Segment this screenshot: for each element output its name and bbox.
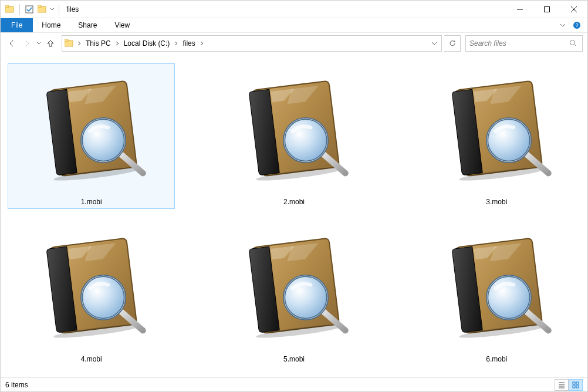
title-bar: files: [1, 1, 587, 18]
svg-line-14: [575, 45, 577, 47]
qat-properties-icon[interactable]: [23, 4, 35, 15]
breadcrumb-item[interactable]: This PC: [83, 36, 113, 50]
search-input[interactable]: [469, 39, 568, 48]
mobi-book-icon: [27, 224, 156, 353]
separator: [19, 4, 20, 15]
back-button[interactable]: [5, 37, 18, 50]
file-item[interactable]: 1.mobi: [8, 63, 175, 209]
file-item[interactable]: 5.mobi: [210, 221, 377, 366]
svg-rect-43: [573, 382, 575, 384]
item-count-label: 6 items: [5, 381, 28, 389]
navigation-bar: This PC Local Disk (C:) files: [1, 33, 587, 54]
mobi-book-icon: [432, 66, 561, 195]
svg-rect-4: [38, 5, 41, 8]
folder-icon: [63, 38, 75, 49]
refresh-button[interactable]: [444, 35, 461, 52]
app-icon: [4, 4, 16, 15]
svg-rect-2: [26, 6, 33, 13]
tab-home[interactable]: Home: [33, 18, 69, 32]
file-tab[interactable]: File: [1, 18, 33, 32]
svg-rect-12: [65, 39, 68, 42]
ribbon: File Home Share View ?: [1, 18, 587, 33]
file-name-label: 5.mobi: [283, 355, 305, 363]
mobi-book-icon: [229, 224, 359, 353]
forward-button[interactable]: [21, 37, 33, 50]
maximize-button[interactable]: [533, 1, 560, 18]
tab-view[interactable]: View: [106, 18, 138, 32]
close-button[interactable]: [560, 1, 587, 18]
breadcrumb-item[interactable]: Local Disk (C:): [121, 36, 173, 50]
svg-text:?: ?: [575, 22, 578, 28]
file-item[interactable]: 4.mobi: [8, 221, 175, 366]
address-dropdown[interactable]: [428, 36, 440, 50]
qat-newfolder-icon[interactable]: [36, 4, 48, 15]
svg-rect-44: [576, 382, 579, 384]
details-view-button[interactable]: [555, 379, 569, 391]
svg-rect-6: [545, 6, 550, 12]
svg-rect-45: [573, 386, 575, 388]
help-button[interactable]: ?: [570, 18, 584, 32]
file-name-label: 3.mobi: [486, 198, 507, 206]
expand-ribbon-button[interactable]: [556, 18, 570, 32]
mobi-book-icon: [27, 66, 156, 195]
thumbnails-view-button[interactable]: [569, 379, 583, 391]
file-name-label: 2.mobi: [283, 198, 305, 206]
file-name-label: 4.mobi: [81, 355, 102, 363]
file-name-label: 1.mobi: [81, 198, 102, 206]
file-item[interactable]: 6.mobi: [413, 221, 580, 366]
tab-share[interactable]: Share: [69, 18, 106, 32]
status-bar: 6 items: [1, 377, 587, 391]
search-box[interactable]: [465, 35, 583, 52]
recent-dropdown[interactable]: [36, 37, 42, 50]
mobi-book-icon: [229, 66, 359, 195]
mobi-book-icon: [432, 224, 561, 353]
file-list[interactable]: 1.mobi: [1, 54, 587, 377]
chevron-right-icon[interactable]: [113, 41, 121, 46]
file-item[interactable]: 3.mobi: [413, 63, 580, 209]
address-bar[interactable]: This PC Local Disk (C:) files: [62, 35, 442, 52]
window-title: files: [66, 5, 79, 13]
chevron-right-icon[interactable]: [75, 41, 83, 46]
svg-rect-1: [5, 5, 9, 8]
qat-dropdown-icon[interactable]: [49, 4, 55, 15]
file-item[interactable]: 2.mobi: [210, 63, 377, 209]
svg-rect-46: [576, 386, 579, 388]
search-icon[interactable]: [568, 38, 579, 49]
chevron-right-icon[interactable]: [172, 41, 180, 46]
minimize-button[interactable]: [506, 1, 533, 18]
up-button[interactable]: [44, 37, 57, 50]
chevron-right-icon[interactable]: [198, 41, 206, 46]
separator: [59, 4, 59, 15]
svg-point-13: [570, 40, 575, 45]
breadcrumb-item[interactable]: files: [180, 36, 197, 50]
file-name-label: 6.mobi: [486, 355, 507, 363]
